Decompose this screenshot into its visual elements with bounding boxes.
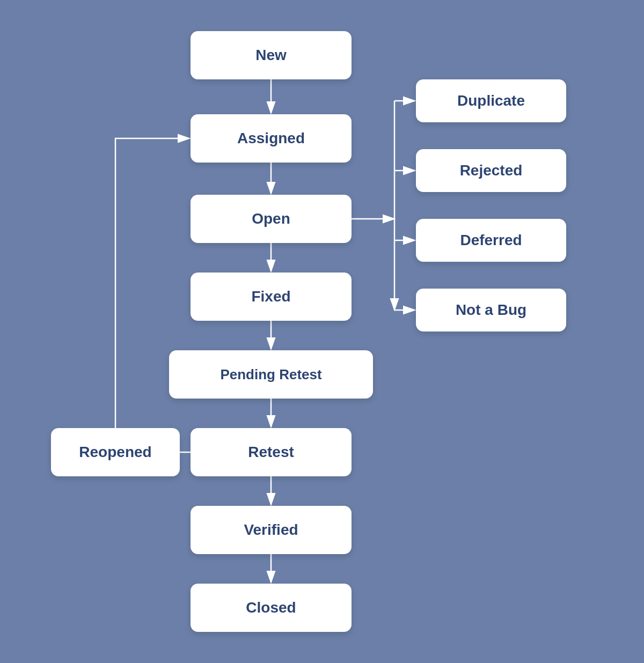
- node-fixed: Fixed: [191, 272, 352, 321]
- node-assigned: Assigned: [191, 114, 352, 163]
- node-notabug: Not a Bug: [416, 289, 566, 332]
- node-open-label: Open: [252, 210, 290, 227]
- node-retest-label: Retest: [248, 444, 294, 461]
- node-rejected: Rejected: [416, 149, 566, 192]
- node-rejected-label: Rejected: [460, 162, 523, 179]
- node-retest: Retest: [191, 428, 352, 476]
- node-notabug-label: Not a Bug: [456, 301, 526, 319]
- node-pending-label: Pending Retest: [220, 366, 321, 383]
- flowchart-diagram: New Assigned Open Fixed Pending Retest R…: [40, 15, 604, 648]
- node-duplicate-label: Duplicate: [457, 92, 525, 109]
- node-new: New: [191, 31, 352, 79]
- node-verified-label: Verified: [244, 521, 298, 539]
- node-assigned-label: Assigned: [237, 130, 305, 147]
- node-reopened-label: Reopened: [79, 444, 151, 461]
- node-open: Open: [191, 195, 352, 243]
- node-new-label: New: [255, 47, 287, 64]
- node-pending: Pending Retest: [169, 350, 373, 399]
- node-deferred-label: Deferred: [460, 232, 522, 249]
- node-fixed-label: Fixed: [251, 288, 290, 305]
- node-closed: Closed: [191, 584, 352, 632]
- node-reopened: Reopened: [51, 428, 180, 476]
- node-duplicate: Duplicate: [416, 79, 566, 122]
- node-closed-label: Closed: [246, 599, 296, 616]
- node-deferred: Deferred: [416, 219, 566, 262]
- node-verified: Verified: [191, 506, 352, 554]
